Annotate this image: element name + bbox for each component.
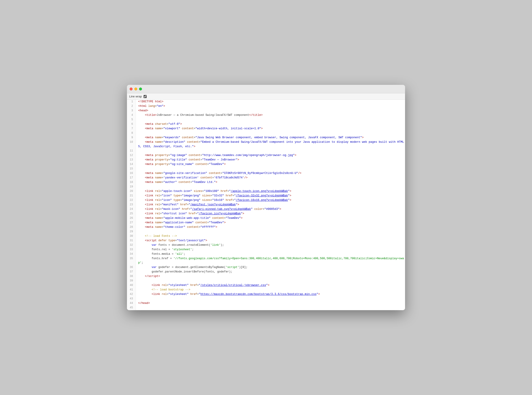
table-row: 38 </script> [127, 274, 405, 279]
table-row: 8 [127, 131, 405, 136]
line-number: 27 [127, 221, 136, 225]
table-row: 4 <title>JxBrowser — a Chromium-based Sw… [127, 113, 405, 118]
close-button[interactable] [130, 88, 133, 90]
line-number: 14 [127, 162, 136, 167]
line-content: <link rel="icon" type="image/png" sizes=… [136, 194, 405, 198]
line-number: 32 [127, 243, 136, 247]
line-number: 8 [127, 131, 136, 136]
line-wrap-checkbox[interactable] [144, 95, 147, 98]
line-content: </head> [136, 301, 405, 306]
line-number: 45 [127, 306, 136, 310]
line-number: 18 [127, 180, 136, 185]
line-content: <meta name="author" content="TeamDev Ltd… [136, 180, 405, 185]
line-content: <meta name="application-name" content="T… [136, 221, 405, 225]
line-content [136, 185, 405, 189]
line-content: <meta name="google-site-verification" co… [136, 171, 405, 176]
table-row: 27 <meta name="application-name" content… [127, 221, 405, 225]
line-number: 16 [127, 171, 136, 176]
line-number: 41 [127, 288, 136, 292]
line-content: <script defer type="text/javascript"> [136, 239, 405, 243]
line-content: <head> [136, 109, 405, 113]
line-number: 31 [127, 239, 136, 243]
line-content: <!-- load bootstrap --> [136, 288, 405, 292]
line-content [136, 131, 405, 136]
table-row: 22 <link rel="icon" type="image/png" siz… [127, 198, 405, 203]
table-row: 41 <!-- load bootstrap --> [127, 288, 405, 292]
table-row: 16 <meta name="google-site-verification"… [127, 171, 405, 176]
line-number: 12 [127, 153, 136, 158]
table-row: 43 [127, 297, 405, 301]
table-row: 11 [127, 149, 405, 153]
line-content: <link rel="apple-touch-icon" sizes="180x… [136, 189, 405, 194]
line-content: </script> [136, 274, 405, 279]
line-number: 37 [127, 270, 136, 274]
line-content: <meta name="keywords" content="Java Swin… [136, 136, 405, 140]
line-content: fonts.media = 'all'; [136, 252, 405, 257]
line-number: 34 [127, 252, 136, 257]
line-content: <html lang="en"> [136, 104, 405, 109]
line-content: <link rel="mask-icon" href="/safari-pinn… [136, 207, 405, 212]
line-content: var godefer = document.getElementsByTagN… [136, 265, 405, 270]
table-row: 17 <meta name='yandex-verification' cont… [127, 176, 405, 180]
table-row: 24 <link rel="mask-icon" href="/safari-p… [127, 207, 405, 212]
table-row: 14 <meta property="og:site_name" content… [127, 162, 405, 167]
line-content: <meta name="description" content="Embed … [136, 140, 405, 149]
line-number: 5 [127, 118, 136, 122]
table-row: 32 var fonts = document.createElement('l… [127, 243, 405, 247]
line-number: 39 [127, 279, 136, 283]
code-editor[interactable]: 1<!DOCTYPE html>2<html lang="en">3<head>… [127, 100, 405, 310]
line-content: fonts.href = '//fonts.googleapis.com/css… [136, 257, 405, 265]
line-content: <!DOCTYPE html> [136, 100, 405, 104]
line-content [136, 297, 405, 301]
maximize-button[interactable] [139, 88, 142, 90]
line-number: 42 [127, 292, 136, 297]
line-number: 30 [127, 234, 136, 239]
table-row: 31 <script defer type="text/javascript"> [127, 239, 405, 243]
line-number: 21 [127, 194, 136, 198]
minimize-button[interactable] [134, 88, 137, 90]
line-number: 3 [127, 109, 136, 113]
table-row: 6 <meta charset="utf-8"> [127, 122, 405, 126]
line-number: 2 [127, 104, 136, 109]
titlebar [127, 85, 405, 93]
table-row: 45 [127, 306, 405, 310]
table-row: 12 <meta property="og:image" content="ht… [127, 153, 405, 158]
table-row: 44</head> [127, 301, 405, 306]
table-row: 42 <link rel="stylesheet" href="https://… [127, 292, 405, 297]
line-number: 44 [127, 301, 136, 306]
line-wrap-label: Line wrap [129, 95, 142, 98]
table-row: 2<html lang="en"> [127, 104, 405, 109]
line-number: 1 [127, 100, 136, 104]
line-content: <link rel="manifest" href="/manifest.jso… [136, 203, 405, 207]
line-number: 24 [127, 207, 136, 212]
table-row: 26 <meta name="apple-mobile-web-app-titl… [127, 216, 405, 221]
line-content: godefer.parentNode.insertBefore(fonts, g… [136, 270, 405, 274]
line-content: <title>JxBrowser — a Chromium-based Swin… [136, 113, 405, 118]
table-row: 15 [127, 167, 405, 171]
line-content: <meta property="og:site_name" content="T… [136, 162, 405, 167]
table-row: 34 fonts.media = 'all'; [127, 252, 405, 257]
line-content: <!-- load Fonts --> [136, 234, 405, 239]
table-row: 21 <link rel="icon" type="image/png" siz… [127, 194, 405, 198]
line-content: <meta property="og:title" content="TeamD… [136, 158, 405, 162]
table-row: 29 [127, 230, 405, 234]
table-row: 3<head> [127, 109, 405, 113]
line-content [136, 279, 405, 283]
line-content: var fonts = document.createElement('link… [136, 243, 405, 247]
line-content: <meta name='yandex-verification' content… [136, 176, 405, 180]
line-content: fonts.rel = 'stylesheet'; [136, 247, 405, 252]
line-number: 7 [127, 126, 136, 131]
line-content [136, 230, 405, 234]
line-number: 35 [127, 257, 136, 265]
line-number: 4 [127, 113, 136, 118]
line-number: 25 [127, 212, 136, 216]
table-row: 23 <link rel="manifest" href="/manifest.… [127, 203, 405, 207]
table-row: 13 <meta property="og:title" content="Te… [127, 158, 405, 162]
table-row: 1<!DOCTYPE html> [127, 100, 405, 104]
table-row: 20 <link rel="apple-touch-icon" sizes="1… [127, 189, 405, 194]
table-row: 33 fonts.rel = 'stylesheet'; [127, 247, 405, 252]
table-row: 18 <meta name="author" content="TeamDev … [127, 180, 405, 185]
table-row: 30 <!-- load Fonts --> [127, 234, 405, 239]
line-content: <link rel="shortcut icon" href="/favicon… [136, 212, 405, 216]
line-number: 6 [127, 122, 136, 126]
